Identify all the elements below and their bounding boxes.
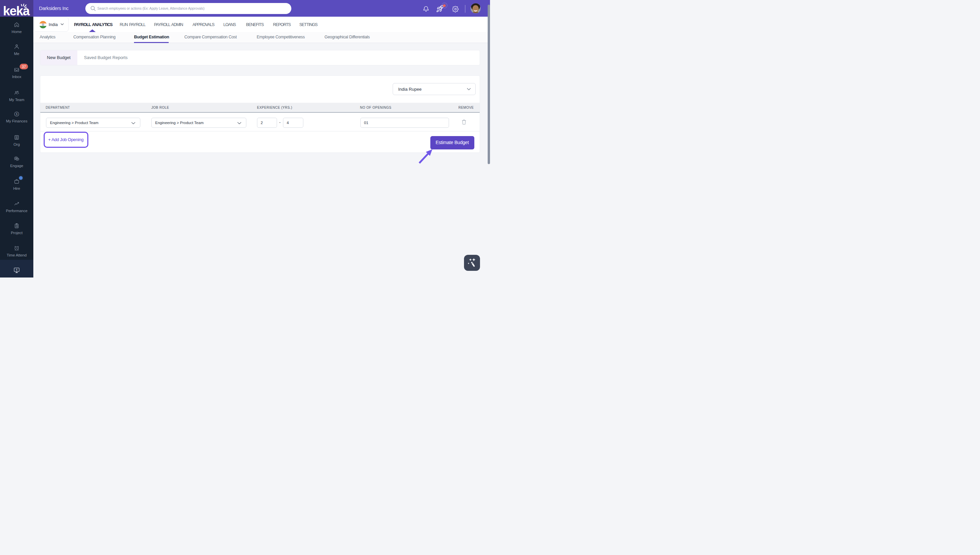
svg-text:$: $ <box>16 112 18 116</box>
svg-text:$: $ <box>16 268 18 271</box>
